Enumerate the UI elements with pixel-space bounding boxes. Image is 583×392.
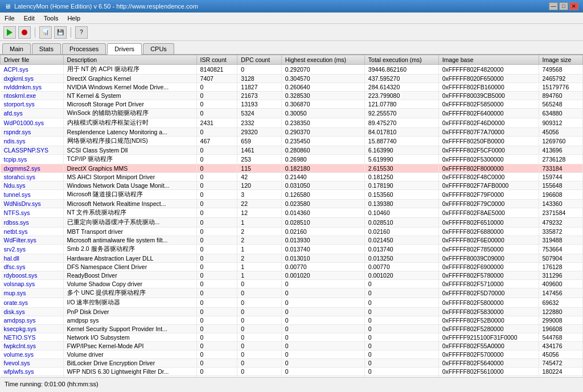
table-row[interactable]: NTFS.sysNT 文件系统驱动程序0120.0143600.104600xF…	[1, 208, 583, 218]
table-row[interactable]: amdpsp.sysamdpsp sys00000xFFFFF802F52B00…	[1, 316, 583, 325]
col-image-base[interactable]: Image base	[438, 55, 539, 65]
toolbar-icon-2[interactable]: 💾	[54, 26, 67, 39]
table-row[interactable]: disk.sysPnP Disk Driver00000xFFFFF802F58…	[1, 308, 583, 316]
toolbar: 📊 💾 ?	[0, 24, 583, 41]
tab-cpus[interactable]: CPUs	[143, 43, 174, 54]
tab-bar: Main Stats Processes Drivers CPUs	[0, 41, 583, 55]
table-row[interactable]: ksecpkg.sysKernel Security Support Provi…	[1, 325, 583, 333]
table-row[interactable]: ACPI.sys用于 NT 的 ACPI 驱动程序814082100.29207…	[1, 65, 583, 75]
table-row[interactable]: wfplwfs.sysWFP NDIS 6.30 Lightweight Fil…	[1, 368, 583, 376]
menu-bar: File Edit Tools Help	[0, 13, 583, 24]
maximize-button[interactable]: □	[559, 2, 568, 10]
app-icon: 🖥	[5, 3, 11, 10]
table-row[interactable]: volsnap.sysVolume Shadow Copy driver0000…	[1, 280, 583, 288]
col-total-exec[interactable]: Total execution (ms)	[364, 55, 438, 65]
help-button[interactable]: ?	[75, 26, 88, 39]
table-row[interactable]: netbt.sysMBT Transport driver020.021600.…	[1, 228, 583, 236]
tab-processes[interactable]: Processes	[62, 43, 106, 54]
table-row[interactable]: rspndr.sysResplendence Latency Monitorin…	[1, 128, 583, 137]
col-isr-count[interactable]: ISR count	[196, 55, 237, 65]
table-row[interactable]: fwpkclnt.sysFWP/IPsec Kernel-Mode API000…	[1, 342, 583, 350]
table-row[interactable]: rdyboost.sysReadyBoost Driver010.0010200…	[1, 271, 583, 280]
table-row[interactable]: storahci.sysMS AHCI Storport Miniport Dr…	[1, 173, 583, 181]
table-row[interactable]: rdbss.sys已重定向驱动器缓冲子系统驱动...010.0285100.02…	[1, 218, 583, 228]
table-row[interactable]: Ndu.sysWindows Network Data Usage Monit.…	[1, 181, 583, 190]
table-row[interactable]: fvevol.sysBitLocker Drive Encryption Dri…	[1, 359, 583, 368]
stop-button[interactable]	[18, 26, 31, 39]
col-driver-file[interactable]: Driver file	[1, 55, 64, 65]
table-row[interactable]: dfsc.sysDFS Namespace Client Driver010.0…	[1, 263, 583, 271]
drivers-table: Driver file Description ISR count DPC co…	[0, 55, 583, 377]
table-row[interactable]: CLASSPNP.SYSSCSI Class System Dll014610.…	[1, 146, 583, 155]
close-button[interactable]: ✕	[569, 2, 578, 10]
col-image-size[interactable]: Image size	[539, 55, 582, 65]
table-row[interactable]: NETIO.SYSNetwork I/O Subsystem00000xFFFF…	[1, 333, 583, 342]
table-row[interactable]: dxgmms2.sysDirectX Graphics MMS01150.182…	[1, 164, 583, 173]
table-row[interactable]: WdNisDrv.sysMicrosoft Network Realtime I…	[1, 200, 583, 208]
tab-drivers[interactable]: Drivers	[107, 43, 142, 55]
table-row[interactable]: nvlddmkm.sysNVIDIA Windows Kernel Mode D…	[1, 83, 583, 92]
table-row[interactable]: orate.sysI/O 速率控制驱动器00000xFFFFF802F58000…	[1, 298, 583, 308]
toolbar-separator-2	[71, 27, 71, 38]
status-bar: Time running: 0:01:00 (hh:mm:ss)	[0, 377, 583, 390]
menu-help[interactable]: Help	[65, 14, 83, 22]
menu-file[interactable]: File	[2, 14, 17, 22]
menu-edit[interactable]: Edit	[22, 14, 37, 22]
table-row[interactable]: dxgkrnl.sysDirectX Graphics Kernel740731…	[1, 75, 583, 83]
table-row[interactable]: srv2.sysSmb 2.0 服务器驱动程序010.0137400.01374…	[1, 245, 583, 254]
table-row[interactable]: tunnel.sysMicrosoft 隧道接口驱动程序030.1265800.…	[1, 190, 583, 200]
col-dpc-count[interactable]: DPC count	[237, 55, 281, 65]
table-row[interactable]: ntoskrnl.exeNT Kernel & System0216730.32…	[1, 92, 583, 100]
table-row[interactable]: storport.sysMicrosoft Storage Port Drive…	[1, 100, 583, 109]
tab-main[interactable]: Main	[2, 43, 31, 54]
minimize-button[interactable]: —	[549, 2, 558, 10]
col-highest-exec[interactable]: Highest execution (ms)	[281, 55, 364, 65]
status-text: Time running: 0:01:00 (hh:mm:ss)	[5, 381, 98, 387]
menu-tools[interactable]: Tools	[42, 14, 61, 22]
table-row[interactable]: volume.sysVolume driver00000xFFFFF802F57…	[1, 350, 583, 359]
title-bar-text: LatencyMon (Home Edition) v 6.50 - http:…	[14, 3, 198, 10]
table-row[interactable]: WdP01000.sys内核模式驱动程序框架运行时243123320.23835…	[1, 118, 583, 128]
table-header-row: Driver file Description ISR count DPC co…	[1, 55, 583, 65]
table-row[interactable]: afd.sysWinSock 的辅助功能驱动程序053240.3005092.2…	[1, 109, 583, 118]
col-description[interactable]: Description	[63, 55, 196, 65]
table-row[interactable]: ndis.sys网络驱动程序接口规范(NDIS)4676590.23545015…	[1, 137, 583, 146]
title-bar: 🖥 LatencyMon (Home Edition) v 6.50 - htt…	[0, 0, 583, 13]
table-row[interactable]: tcpip.sysTCP/IP 驱动程序02530.269805.6199900…	[1, 155, 583, 164]
tab-stats[interactable]: Stats	[32, 43, 61, 54]
toolbar-icon-1[interactable]: 📊	[39, 26, 52, 39]
play-button[interactable]	[3, 26, 16, 39]
table-row[interactable]: hal.dllHardware Abstraction Layer DLL020…	[1, 254, 583, 263]
main-content[interactable]: Driver file Description ISR count DPC co…	[0, 55, 583, 377]
toolbar-separator	[35, 27, 35, 38]
table-row[interactable]: WdFilter.sysMicrosoft antimalware file s…	[1, 236, 583, 245]
table-row[interactable]: mup.sys多个 UNC 提供程序驱动程序00000xFFFFF802F5D7…	[1, 288, 583, 298]
